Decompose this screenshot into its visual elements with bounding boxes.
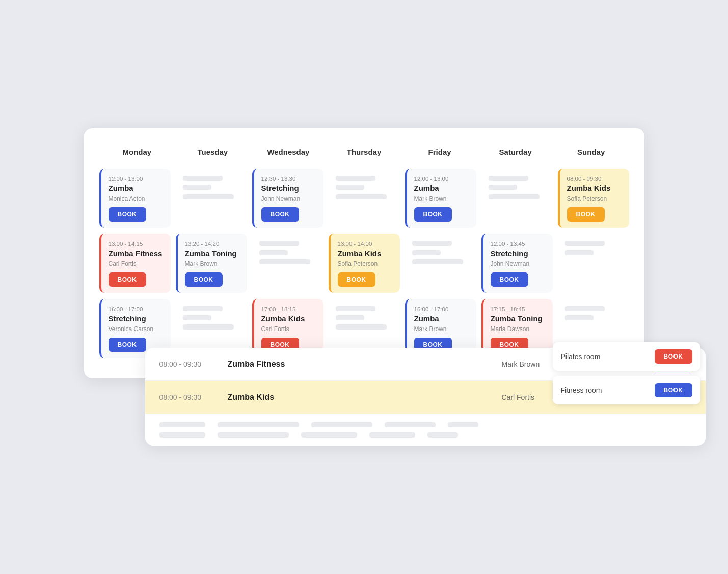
book-button[interactable]: BOOK	[414, 207, 452, 222]
class-name: Zumba	[414, 184, 469, 193]
class-name: Zumba Fitness	[109, 249, 164, 258]
class-time: 12:00 - 13:00	[414, 176, 469, 182]
sidebar-overflow-cards: Pilates room BOOK Fitness room BOOK	[553, 342, 700, 404]
class-instructor: Mark Brown	[414, 325, 469, 333]
class-card-wed-1: 12:30 - 13:30 Stretching John Newman BOO…	[252, 169, 323, 228]
class-instructor: Monica Acton	[109, 195, 164, 202]
class-time: 12:00 - 13:00	[109, 176, 164, 182]
class-card-thu-2: 13:00 - 14:00 Zumba Kids Sofia Peterson …	[329, 234, 400, 293]
class-card-sun-1: 08:00 - 09:30 Zumba Kids Sofia Peterson …	[558, 169, 629, 228]
class-time: 12:30 - 13:30	[261, 176, 316, 182]
book-button[interactable]: BOOK	[491, 272, 528, 287]
class-card-mon-2: 13:00 - 14:15 Zumba Fitness Carl Fortis …	[99, 234, 171, 293]
class-instructor: Sofia Peterson	[338, 260, 393, 267]
class-time: 16:00 - 17:00	[414, 306, 469, 312]
class-time: 13:00 - 14:15	[109, 241, 164, 247]
class-instructor: Carl Fortis	[261, 325, 316, 333]
class-instructor: Maria Dawson	[491, 325, 546, 333]
day-wednesday: Wednesday	[251, 144, 327, 160]
calendar-row-2: 13:00 - 14:15 Zumba Fitness Carl Fortis …	[99, 234, 629, 293]
class-instructor: Mark Brown	[185, 260, 240, 267]
sidebar-card-pilates: Pilates room BOOK	[553, 342, 700, 371]
class-time: 17:15 - 18:45	[491, 306, 546, 312]
book-button[interactable]: BOOK	[109, 207, 146, 222]
class-instructor: Carl Fortis	[109, 260, 164, 267]
class-time: 13:00 - 14:00	[338, 241, 393, 247]
class-time: 12:00 - 13:45	[491, 241, 546, 247]
class-name: Zumba Toning	[185, 249, 240, 258]
day-saturday: Saturday	[477, 144, 553, 160]
book-button[interactable]: BOOK	[338, 272, 375, 287]
sidebar-room-label: Fitness room	[561, 386, 649, 394]
class-name: Zumba Kids	[338, 249, 393, 258]
class-instructor: Mark Brown	[414, 195, 469, 202]
sidebar-room-label: Pilates room	[561, 352, 649, 361]
empty-sat-1	[481, 169, 553, 228]
day-friday: Friday	[402, 144, 478, 160]
book-button[interactable]: BOOK	[567, 207, 605, 222]
class-time: 17:00 - 18:15	[261, 306, 316, 312]
list-class-name: Zumba Fitness	[228, 360, 490, 369]
day-sunday: Sunday	[553, 144, 629, 160]
class-name: Stretching	[491, 249, 546, 258]
sidebar-card-fitness: Fitness room BOOK	[553, 376, 700, 404]
book-button[interactable]: BOOK	[109, 272, 146, 287]
book-button[interactable]: BOOK	[185, 272, 223, 287]
sidebar-book-button[interactable]: BOOK	[655, 349, 692, 364]
empty-thu-1	[329, 169, 400, 228]
class-card-fri-1: 12:00 - 13:00 Zumba Mark Brown BOOK	[405, 169, 476, 228]
calendar-card: Monday Tuesday Wednesday Thursday Friday…	[84, 128, 644, 378]
class-time: 08:00 - 09:30	[567, 176, 622, 182]
book-button[interactable]: BOOK	[261, 207, 299, 222]
calendar-row-1: 12:00 - 13:00 Zumba Monica Acton BOOK 12…	[99, 169, 629, 228]
class-card-tue-2: 13:20 - 14:20 Zumba Toning Mark Brown BO…	[176, 234, 247, 293]
class-instructor: Sofia Peterson	[567, 195, 622, 202]
book-button[interactable]: BOOK	[109, 338, 146, 352]
empty-sun-2	[558, 234, 629, 293]
empty-wed-2	[252, 234, 323, 293]
class-instructor: John Newman	[491, 260, 546, 267]
sidebar-book-button[interactable]: BOOK	[655, 383, 692, 397]
list-time: 08:00 - 09:30	[159, 393, 215, 401]
class-time: 16:00 - 17:00	[109, 306, 164, 312]
day-thursday: Thursday	[326, 144, 402, 160]
class-card-mon-1: 12:00 - 13:00 Zumba Monica Acton BOOK	[99, 169, 171, 228]
class-card-sat-2: 12:00 - 13:45 Stretching John Newman BOO…	[481, 234, 553, 293]
list-class-name: Zumba Kids	[228, 393, 490, 402]
class-time: 13:20 - 14:20	[185, 241, 240, 247]
empty-tue-1	[176, 169, 247, 228]
class-name: Zumba Kids	[567, 184, 622, 193]
class-instructor: John Newman	[261, 195, 316, 202]
class-name: Zumba Toning	[491, 314, 546, 323]
class-instructor: Veronica Carson	[109, 325, 164, 333]
class-name: Zumba Kids	[261, 314, 316, 323]
empty-fri-2	[405, 234, 476, 293]
class-name: Stretching	[261, 184, 316, 193]
list-placeholder	[145, 414, 706, 446]
day-monday: Monday	[99, 144, 175, 160]
day-tuesday: Tuesday	[175, 144, 251, 160]
class-name: Zumba	[414, 314, 469, 323]
calendar-header: Monday Tuesday Wednesday Thursday Friday…	[99, 144, 629, 160]
list-time: 08:00 - 09:30	[159, 360, 215, 368]
class-name: Stretching	[109, 314, 164, 323]
class-name: Zumba	[109, 184, 164, 193]
